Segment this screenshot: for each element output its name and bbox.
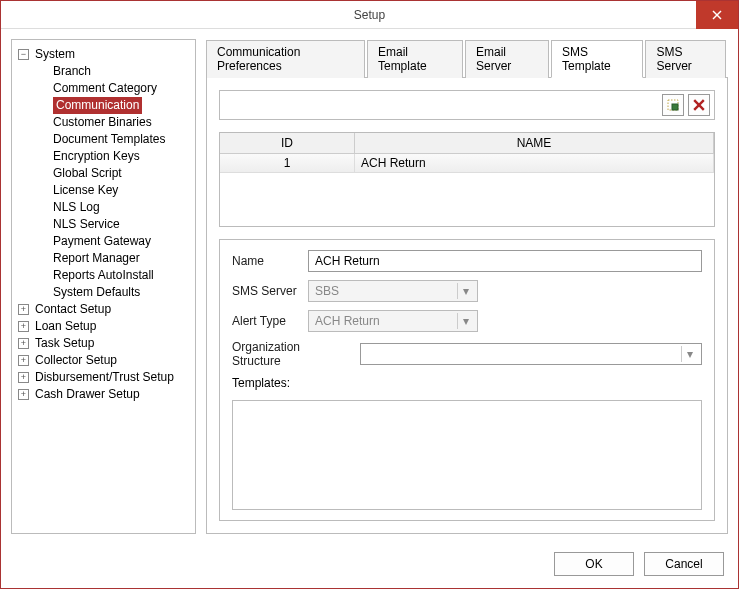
toolbar [219, 90, 715, 120]
tree-node-label: Reports AutoInstall [53, 267, 154, 284]
tab-body: ID NAME 1ACH Return Name SMS Server SBS … [206, 78, 728, 534]
ok-button[interactable]: OK [554, 552, 634, 576]
nav-tree-panel: − System BranchComment CategoryCommunica… [11, 39, 196, 534]
tab[interactable]: Communication Preferences [206, 40, 365, 78]
expand-icon[interactable]: + [18, 304, 29, 315]
tree-node[interactable]: +Task Setup [16, 335, 191, 352]
tree-node[interactable]: Branch [34, 63, 191, 80]
tree-node[interactable]: System Defaults [34, 284, 191, 301]
tab[interactable]: Email Server [465, 40, 549, 78]
org-structure-label: Organization Structure [232, 340, 352, 368]
expand-icon[interactable]: + [18, 389, 29, 400]
tree-node[interactable]: NLS Service [34, 216, 191, 233]
grid-header-name[interactable]: NAME [355, 133, 714, 153]
dialog-footer: OK Cancel [1, 544, 738, 576]
tree-node-label: Global Script [53, 165, 122, 182]
main-panel: Communication PreferencesEmail TemplateE… [206, 39, 728, 534]
org-structure-select[interactable]: ▾ [360, 343, 702, 365]
tree-node-label: Payment Gateway [53, 233, 151, 250]
tree-node-label: Contact Setup [35, 301, 111, 318]
tree-node-label: Task Setup [35, 335, 94, 352]
templates-grid: ID NAME 1ACH Return [219, 132, 715, 227]
tree-node-label: NLS Service [53, 216, 120, 233]
templates-textarea[interactable] [232, 400, 702, 510]
title-bar: Setup [1, 1, 738, 29]
tab[interactable]: SMS Template [551, 40, 643, 78]
expand-icon[interactable]: + [18, 355, 29, 366]
tree-node-label: Report Manager [53, 250, 140, 267]
tree-node[interactable]: Encryption Keys [34, 148, 191, 165]
templates-label: Templates: [232, 376, 290, 390]
name-label: Name [232, 254, 300, 268]
tab-bar: Communication PreferencesEmail TemplateE… [206, 39, 728, 78]
tree-node-label: Communication [53, 97, 142, 114]
tree-node-label: License Key [53, 182, 118, 199]
tree-node[interactable]: Document Templates [34, 131, 191, 148]
tree-node[interactable]: Payment Gateway [34, 233, 191, 250]
alert-type-value: ACH Return [315, 314, 380, 328]
tab[interactable]: Email Template [367, 40, 463, 78]
tree-node[interactable]: Global Script [34, 165, 191, 182]
tree-node[interactable]: +Loan Setup [16, 318, 191, 335]
tree-node-label: Branch [53, 63, 91, 80]
tree-node[interactable]: Report Manager [34, 250, 191, 267]
tree-node[interactable]: +Cash Drawer Setup [16, 386, 191, 403]
tree-node[interactable]: Customer Binaries [34, 114, 191, 131]
table-row[interactable]: 1ACH Return [220, 154, 714, 173]
sms-server-select: SBS ▾ [308, 280, 478, 302]
tree-node[interactable]: License Key [34, 182, 191, 199]
cell-name: ACH Return [355, 154, 714, 172]
tree-node-system[interactable]: − System [16, 46, 191, 63]
alert-type-select: ACH Return ▾ [308, 310, 478, 332]
tree-node[interactable]: Reports AutoInstall [34, 267, 191, 284]
add-button[interactable] [662, 94, 684, 116]
chevron-down-icon: ▾ [457, 283, 473, 299]
sms-server-label: SMS Server [232, 284, 300, 298]
tree-node-label: Cash Drawer Setup [35, 386, 140, 403]
tree-node-label: Document Templates [53, 131, 166, 148]
chevron-down-icon: ▾ [681, 346, 697, 362]
close-button[interactable] [696, 1, 738, 29]
tree-node[interactable]: Communication [34, 97, 191, 114]
name-field[interactable] [308, 250, 702, 272]
collapse-icon[interactable]: − [18, 49, 29, 60]
tree-node[interactable]: Comment Category [34, 80, 191, 97]
svg-rect-3 [672, 104, 678, 110]
tree-node-label: Loan Setup [35, 318, 96, 335]
chevron-down-icon: ▾ [457, 313, 473, 329]
details-form: Name SMS Server SBS ▾ Alert Type ACH Ret… [219, 239, 715, 521]
cell-id: 1 [220, 154, 355, 172]
add-icon [666, 98, 680, 112]
alert-type-label: Alert Type [232, 314, 300, 328]
window-title: Setup [354, 8, 385, 22]
tree-node-label: Encryption Keys [53, 148, 140, 165]
tree-node-label: NLS Log [53, 199, 100, 216]
close-icon [712, 10, 722, 20]
delete-button[interactable] [688, 94, 710, 116]
grid-header-id[interactable]: ID [220, 133, 355, 153]
tree-node[interactable]: +Contact Setup [16, 301, 191, 318]
tree-node-label: System [35, 46, 75, 63]
tree-node-label: Customer Binaries [53, 114, 152, 131]
tree-node[interactable]: +Disbursement/Trust Setup [16, 369, 191, 386]
expand-icon[interactable]: + [18, 321, 29, 332]
sms-server-value: SBS [315, 284, 339, 298]
tree-node[interactable]: +Collector Setup [16, 352, 191, 369]
cancel-button[interactable]: Cancel [644, 552, 724, 576]
delete-icon [693, 99, 705, 111]
expand-icon[interactable]: + [18, 372, 29, 383]
tree-node-label: Collector Setup [35, 352, 117, 369]
tree-node[interactable]: NLS Log [34, 199, 191, 216]
tab[interactable]: SMS Server [645, 40, 726, 78]
tree-node-label: System Defaults [53, 284, 140, 301]
grid-header: ID NAME [220, 133, 714, 154]
expand-icon[interactable]: + [18, 338, 29, 349]
tree-node-label: Comment Category [53, 80, 157, 97]
tree-node-label: Disbursement/Trust Setup [35, 369, 174, 386]
